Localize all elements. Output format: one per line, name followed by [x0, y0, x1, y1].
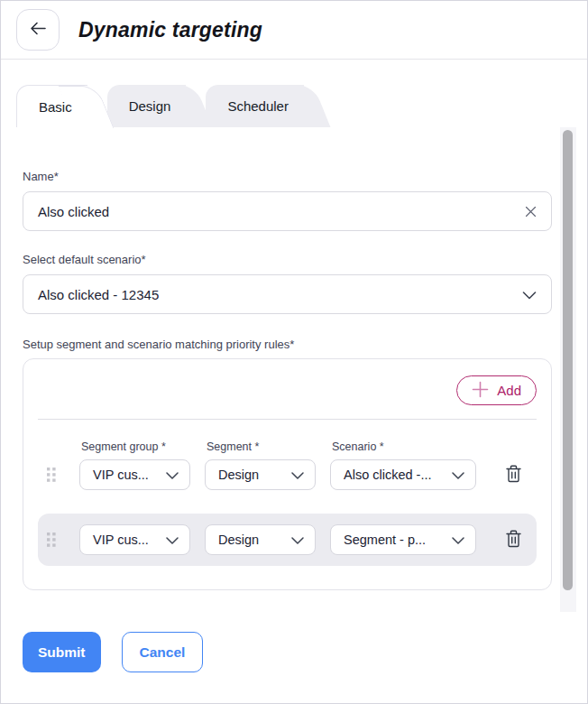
scenario-value: Also clicked -...	[344, 468, 432, 482]
segment-group-value: VIP cus...	[93, 533, 149, 547]
segment-value: Design	[218, 533, 259, 547]
chevron-down-icon	[166, 468, 179, 482]
tab-scheduler-label: Scheduler	[227, 98, 289, 114]
page-title: Dynamic targeting	[78, 18, 262, 42]
dynamic-targeting-window: Dynamic targeting Basic Design Scheduler…	[0, 0, 588, 704]
trash-icon	[506, 465, 521, 486]
default-scenario-select[interactable]: Also clicked - 12345	[23, 274, 552, 314]
drag-handle-icon[interactable]	[38, 468, 65, 482]
tab-scheduler[interactable]: Scheduler	[206, 85, 304, 127]
tab-basic[interactable]: Basic	[16, 85, 87, 127]
rules-section-label: Setup segment and scenario matching prio…	[23, 338, 552, 352]
chevron-down-icon	[166, 533, 179, 547]
add-rule-button[interactable]: Add	[456, 375, 537, 405]
segment-select[interactable]: Design	[205, 524, 316, 555]
header: Dynamic targeting	[1, 1, 587, 60]
tab-basic-label: Basic	[39, 99, 72, 115]
segment-value: Design	[218, 468, 259, 482]
scenario-column-label: Scenario *	[330, 440, 476, 454]
segment-group-select[interactable]: VIP cus...	[79, 524, 190, 555]
add-rule-label: Add	[497, 383, 521, 398]
segment-group-column-label: Segment group *	[79, 440, 190, 454]
submit-button[interactable]: Submit	[23, 632, 101, 672]
back-arrow-icon	[30, 22, 47, 38]
chevron-down-icon	[452, 468, 464, 482]
name-label: Name*	[23, 170, 552, 184]
segment-group-select[interactable]: VIP cus...	[79, 459, 190, 490]
default-scenario-value: Also clicked - 12345	[38, 287, 159, 302]
chevron-down-icon	[522, 287, 537, 302]
plus-icon	[472, 381, 489, 401]
clear-input-icon[interactable]	[525, 206, 537, 218]
cancel-button[interactable]: Cancel	[122, 632, 204, 672]
scenario-select[interactable]: Segment - p...	[330, 524, 476, 555]
form-scroll-area: Name* Also clicked Select default scenar…	[1, 127, 587, 612]
rule-row: VIP cus... Design Also clicked -...	[38, 459, 537, 490]
scenario-value: Segment - p...	[344, 533, 426, 547]
default-scenario-label: Select default scenario*	[23, 253, 552, 267]
rule-row: VIP cus... Design Segment - p...	[38, 524, 537, 555]
name-input-value: Also clicked	[38, 204, 109, 219]
rule-row-highlighted: VIP cus... Design Segment - p...	[38, 514, 537, 566]
chevron-down-icon	[452, 533, 464, 547]
tab-design[interactable]: Design	[107, 85, 187, 127]
delete-rule-button[interactable]	[501, 461, 528, 488]
rules-panel: Add Segment group * Segment * Scenario *	[23, 358, 552, 590]
rule-column-headers: Segment group * Segment * Scenario *	[38, 440, 537, 454]
name-input[interactable]: Also clicked	[23, 191, 552, 231]
delete-rule-button[interactable]	[501, 526, 528, 553]
back-button[interactable]	[16, 9, 60, 51]
tab-bar: Basic Design Scheduler	[16, 85, 324, 127]
scenario-select[interactable]: Also clicked -...	[330, 459, 476, 490]
chevron-down-icon	[291, 533, 304, 547]
scrollbar-track[interactable]	[560, 127, 576, 612]
segment-group-value: VIP cus...	[93, 468, 149, 482]
trash-icon	[506, 530, 521, 551]
panel-divider	[38, 419, 537, 420]
tab-design-label: Design	[129, 98, 171, 114]
scrollbar-thumb[interactable]	[563, 130, 573, 590]
footer-actions: Submit Cancel	[23, 632, 203, 672]
segment-column-label: Segment *	[205, 440, 316, 454]
segment-select[interactable]: Design	[205, 459, 316, 490]
chevron-down-icon	[291, 468, 304, 482]
drag-handle-icon[interactable]	[38, 533, 65, 547]
